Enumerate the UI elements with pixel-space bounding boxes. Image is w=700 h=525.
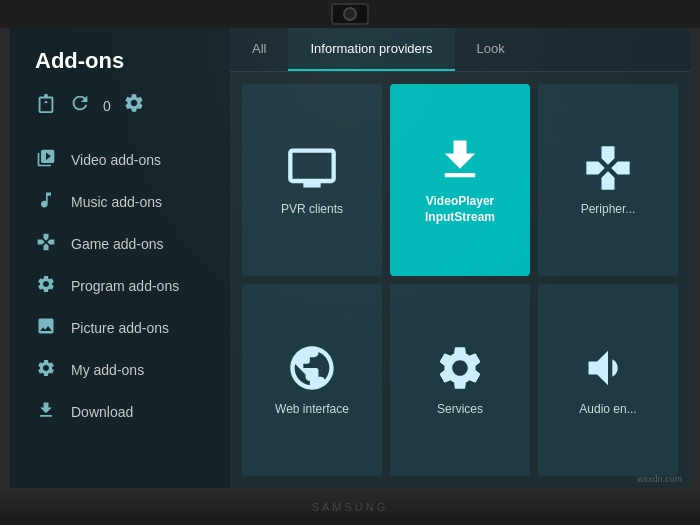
sidebar-toolbar: 0	[30, 92, 230, 119]
webcam-bar	[0, 0, 700, 28]
game-addons-label: Game add-ons	[71, 236, 164, 252]
music-icon	[35, 190, 57, 214]
tile-pvr-clients[interactable]: PVR clients	[242, 84, 382, 276]
sidebar-item-my-addons[interactable]: My add-ons	[30, 349, 230, 391]
sidebar-title: Add-ons	[30, 48, 230, 74]
services-label: Services	[431, 402, 489, 418]
addon-grid: PVR clients VideoPlayer InputStream Peri…	[230, 72, 690, 488]
refresh-count: 0	[103, 98, 111, 114]
video-icon	[35, 148, 57, 172]
sidebar-item-program-addons[interactable]: Program add-ons	[30, 265, 230, 307]
sidebar-item-picture-addons[interactable]: Picture add-ons	[30, 307, 230, 349]
tile-videoplayer-inputstream[interactable]: VideoPlayer InputStream	[390, 84, 530, 276]
download-icon	[35, 400, 57, 424]
sidebar: Add-ons 0 V	[10, 28, 230, 488]
program-addons-label: Program add-ons	[71, 278, 179, 294]
sidebar-item-game-addons[interactable]: Game add-ons	[30, 223, 230, 265]
webcam	[331, 3, 369, 25]
picture-icon	[35, 316, 57, 340]
tile-peripherals[interactable]: Peripher...	[538, 84, 678, 276]
sidebar-item-music-addons[interactable]: Music add-ons	[30, 181, 230, 223]
pvr-clients-label: PVR clients	[275, 202, 349, 218]
download-label: Download	[71, 404, 133, 420]
tab-information-providers[interactable]: Information providers	[288, 28, 454, 71]
audio-encoder-label: Audio en...	[573, 402, 642, 418]
web-interface-label: Web interface	[269, 402, 355, 418]
tile-audio-encoder[interactable]: Audio en...	[538, 284, 678, 476]
peripherals-label: Peripher...	[575, 202, 642, 218]
refresh-icon[interactable]	[69, 92, 91, 119]
tile-web-interface[interactable]: Web interface	[242, 284, 382, 476]
tab-bar: All Information providers Look	[230, 28, 690, 72]
monitor-stand: SAMSUNG	[0, 488, 700, 525]
video-addons-label: Video add-ons	[71, 152, 161, 168]
sidebar-item-video-addons[interactable]: Video add-ons	[30, 139, 230, 181]
tile-services[interactable]: Services	[390, 284, 530, 476]
game-icon	[35, 232, 57, 256]
main-content: All Information providers Look PVR clien…	[230, 28, 690, 488]
monitor-brand: SAMSUNG	[312, 501, 389, 513]
tab-all[interactable]: All	[230, 28, 288, 71]
tab-look[interactable]: Look	[455, 28, 527, 71]
watermark: wsxdn.com	[637, 474, 682, 484]
sidebar-item-download[interactable]: Download	[30, 391, 230, 433]
videoplayer-inputstream-label: VideoPlayer InputStream	[390, 194, 530, 225]
monitor-frame: Add-ons 0 V	[0, 0, 700, 525]
my-addons-label: My add-ons	[71, 362, 144, 378]
music-addons-label: Music add-ons	[71, 194, 162, 210]
settings-icon[interactable]	[123, 92, 145, 119]
addon-icon[interactable]	[35, 92, 57, 119]
program-icon	[35, 274, 57, 298]
screen: Add-ons 0 V	[10, 28, 690, 488]
my-addons-icon	[35, 358, 57, 382]
picture-addons-label: Picture add-ons	[71, 320, 169, 336]
